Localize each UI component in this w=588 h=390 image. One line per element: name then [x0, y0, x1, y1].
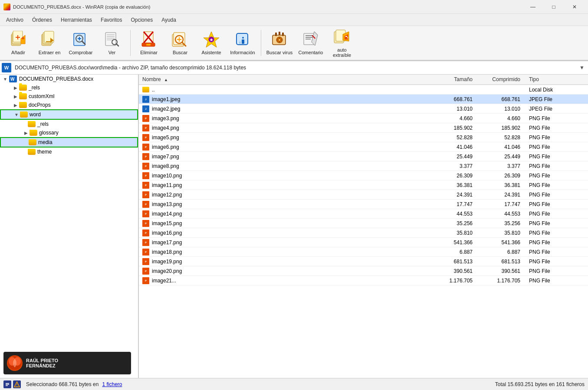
- tree-item-word-rels[interactable]: _rels: [0, 120, 138, 128]
- file-row[interactable]: P image17.png 541.366 541.366 PNG File: [139, 238, 588, 247]
- find-button[interactable]: Buscar: [165, 27, 195, 59]
- menu-archivo[interactable]: Archivo: [2, 15, 28, 25]
- logo-box: RAÚL PRIETO FERNÁNDEZ: [3, 352, 131, 374]
- close-button[interactable]: ✕: [565, 0, 585, 14]
- address-dropdown-button[interactable]: ▼: [578, 63, 586, 72]
- png-icon: P: [142, 172, 149, 179]
- maximize-button[interactable]: □: [544, 0, 564, 14]
- status-icon-1: [3, 380, 11, 388]
- file-row[interactable]: P image12.png 24.391 24.391 PNG File: [139, 190, 588, 200]
- tree-item-theme[interactable]: theme: [0, 147, 138, 156]
- file-list: Nombre ▲ Tamaño Comprimido Tipo .. Local…: [139, 75, 588, 378]
- header-size[interactable]: Tamaño: [434, 76, 478, 82]
- file-row[interactable]: P image7.png 25.449 25.449 PNG File: [139, 152, 588, 161]
- tree-item-word[interactable]: ▼ word: [0, 109, 138, 120]
- status-icons: [3, 380, 21, 388]
- status-selected-link[interactable]: 1 fichero: [102, 381, 122, 387]
- menu-opciones[interactable]: Opciones: [126, 15, 157, 25]
- file-size-cell: 25.449: [434, 154, 478, 160]
- tree-item-rels[interactable]: ▶ _rels: [0, 83, 138, 92]
- file-row[interactable]: P image19.png 681.513 681.513 PNG File: [139, 257, 588, 266]
- file-type-cell: PNG File: [526, 220, 578, 226]
- menu-ordenes[interactable]: Órdenes: [28, 15, 56, 25]
- png-icon: P: [142, 220, 149, 227]
- file-row[interactable]: P image21... 1.176.705 1.176.705 PNG Fil…: [139, 276, 588, 285]
- header-name[interactable]: Nombre ▲: [139, 76, 434, 82]
- file-name-cell: P image16.png: [139, 229, 434, 236]
- png-icon: P: [142, 258, 149, 265]
- virus-button[interactable]: Buscar virus: [265, 27, 294, 59]
- file-row[interactable]: P image6.png 41.046 41.046 PNG File: [139, 142, 588, 152]
- file-size-cell: 26.309: [434, 173, 478, 179]
- menu-herramientas[interactable]: Herramientas: [56, 15, 96, 25]
- file-row[interactable]: P image4.png 185.902 185.902 PNG File: [139, 123, 588, 133]
- file-row[interactable]: P image20.png 390.561 390.561 PNG File: [139, 266, 588, 276]
- file-row[interactable]: P image5.png 52.828 52.828 PNG File: [139, 133, 588, 142]
- header-compressed[interactable]: Comprimido: [478, 76, 526, 82]
- tree-label-theme: theme: [37, 149, 52, 155]
- main-content: ▼ W DOCUMENTO_PRUEBAS.docx ▶ _rels ▶ cus…: [0, 75, 588, 378]
- expand-icon-word: ▼: [13, 111, 20, 118]
- file-name: image21...: [152, 278, 176, 284]
- expand-icon-rels: ▶: [12, 84, 19, 91]
- file-row[interactable]: P image8.png 3.377 3.377 PNG File: [139, 161, 588, 171]
- delete-label: Eliminar: [140, 50, 158, 55]
- file-row[interactable]: P image16.png 35.810 35.810 PNG File: [139, 228, 588, 238]
- file-row[interactable]: P image14.png 44.553 44.553 PNG File: [139, 209, 588, 219]
- view-button[interactable]: Ver: [97, 27, 127, 59]
- svg-rect-20: [107, 36, 115, 37]
- menu-ayuda[interactable]: Ayuda: [157, 15, 181, 25]
- file-name: image10.png: [152, 173, 182, 179]
- add-button[interactable]: Añadir: [3, 27, 33, 59]
- wizard-icon: ★: [203, 31, 220, 48]
- file-name-cell: ..: [139, 87, 434, 93]
- file-compressed-cell: 6.887: [478, 249, 526, 255]
- wizard-button[interactable]: ★ Asistente: [197, 27, 226, 59]
- extract-button[interactable]: Extraer en: [35, 27, 64, 59]
- file-compressed-cell: 185.902: [478, 125, 526, 131]
- file-compressed-cell: 44.553: [478, 211, 526, 217]
- virus-icon: [271, 31, 288, 48]
- file-row[interactable]: P image15.png 35.256 35.256 PNG File: [139, 219, 588, 228]
- check-button[interactable]: Comprobar: [66, 27, 95, 59]
- file-row[interactable]: P image11.png 36.381 36.381 PNG File: [139, 180, 588, 190]
- file-size-cell: 185.902: [434, 125, 478, 131]
- comment-label: Comentario: [299, 50, 323, 55]
- tree-label-docprops: docProps: [29, 102, 51, 108]
- file-compressed-cell: 1.176.705: [478, 278, 526, 284]
- tree-item-glossary[interactable]: ▶ glossary: [0, 128, 138, 137]
- file-row[interactable]: .. Local Disk: [139, 85, 588, 95]
- folder-icon-glossary: [30, 130, 37, 136]
- tree-item-media[interactable]: media: [0, 137, 138, 147]
- file-name: image20.png: [152, 268, 182, 274]
- svg-rect-53: [305, 37, 313, 38]
- file-row[interactable]: P image13.png 17.747 17.747 PNG File: [139, 200, 588, 209]
- folder-icon-word: [20, 111, 28, 118]
- file-name: image8.png: [152, 163, 179, 169]
- minimize-button[interactable]: —: [523, 0, 543, 14]
- file-row[interactable]: P image18.png 6.887 6.887 PNG File: [139, 247, 588, 257]
- svg-rect-19: [107, 34, 115, 35]
- png-icon: P: [142, 125, 149, 131]
- comment-button[interactable]: Comentario: [296, 27, 325, 59]
- menu-bar: Archivo Órdenes Herramientas Favoritos O…: [0, 14, 588, 26]
- sfx-button[interactable]: auto extraíble: [327, 27, 357, 59]
- file-size-cell: 13.010: [434, 106, 478, 112]
- svg-rect-35: [179, 37, 180, 42]
- header-type[interactable]: Tipo: [526, 76, 578, 82]
- file-name-cell: P image18.png: [139, 249, 434, 256]
- info-button[interactable]: i Información: [228, 27, 257, 59]
- tree-item-docprops[interactable]: ▶ docProps: [0, 101, 138, 109]
- tree-item-root[interactable]: ▼ W DOCUMENTO_PRUEBAS.docx: [0, 75, 138, 83]
- png-icon: P: [142, 201, 149, 208]
- file-compressed-cell: 3.377: [478, 163, 526, 169]
- address-bar: W DOCUMENTO_PRUEBAS.docx\word\media - ar…: [0, 61, 588, 75]
- tree-item-customxml[interactable]: ▶ customXml: [0, 92, 138, 101]
- file-row[interactable]: P image10.png 26.309 26.309 PNG File: [139, 171, 588, 180]
- file-row[interactable]: P image3.png 4.660 4.660 PNG File: [139, 114, 588, 123]
- file-row[interactable]: J image1.jpeg 668.761 668.761 JPEG File: [139, 95, 588, 104]
- delete-button[interactable]: Eliminar: [134, 27, 164, 59]
- view-label: Ver: [108, 50, 116, 55]
- file-row[interactable]: J image2.jpeg 13.010 13.010 JPEG File: [139, 104, 588, 114]
- menu-favoritos[interactable]: Favoritos: [96, 15, 126, 25]
